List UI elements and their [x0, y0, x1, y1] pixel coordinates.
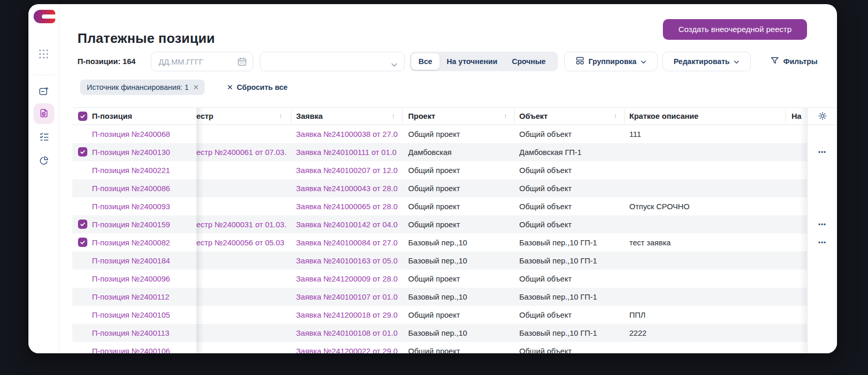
- description-cell: [629, 143, 784, 161]
- filter-chip-funding-source[interactable]: Источник финансирования: 1 ✕: [80, 80, 205, 95]
- column-header-object[interactable]: Объект: [519, 107, 548, 125]
- table-row[interactable]: П-позиция №2400106 Заявка №241200022 от …: [72, 342, 807, 353]
- table-row[interactable]: П-позиция №2400082 естр №2400056 от 05.0…: [72, 233, 807, 252]
- position-link[interactable]: П-позиция №2400106: [92, 342, 193, 353]
- table-row[interactable]: П-позиция №2400086 Заявка №241000043 от …: [72, 179, 807, 197]
- table-row[interactable]: П-позиция №2400184 Заявка №240100163 от …: [72, 252, 807, 270]
- table-row[interactable]: П-позиция №2400112 Заявка №240100107 от …: [72, 288, 807, 306]
- table-row[interactable]: П-позиция №2400221 Заявка №240100207 от …: [72, 161, 807, 179]
- registry-link[interactable]: [196, 161, 289, 179]
- edit-button[interactable]: Редактировать: [662, 52, 751, 71]
- sort-asc-icon: ↑: [279, 107, 283, 125]
- sidebar-item-checklist[interactable]: [34, 127, 54, 148]
- request-link[interactable]: Заявка №240100163 от 05.0: [296, 252, 399, 270]
- request-link[interactable]: Заявка №241000038 от 27.0: [296, 125, 399, 143]
- sidebar-item-reports[interactable]: [34, 151, 54, 171]
- sort-asc-icon: ↑: [614, 107, 617, 125]
- column-header-project[interactable]: Проект: [408, 107, 435, 125]
- registry-link[interactable]: естр №2400061 от 07.03.: [196, 143, 289, 161]
- table-row[interactable]: П-позиция №2400159 естр №2400031 от 01.0…: [72, 215, 807, 233]
- request-link[interactable]: Заявка №241200009 от 28.0: [296, 270, 399, 288]
- app-logo[interactable]: [34, 10, 55, 23]
- date-input[interactable]: [151, 52, 224, 71]
- date-filter-input[interactable]: [151, 52, 253, 71]
- request-link[interactable]: Заявка №240100108 от 01.0: [296, 324, 399, 342]
- request-link[interactable]: Заявка №240100207 от 12.0: [296, 161, 399, 179]
- table-row[interactable]: П-позиция №2400105 Заявка №241200018 от …: [72, 306, 807, 324]
- sidebar-item-payments[interactable]: $: [34, 103, 54, 124]
- position-link[interactable]: П-позиция №2400113: [92, 324, 193, 342]
- position-link[interactable]: П-позиция №2400184: [92, 252, 193, 270]
- position-link[interactable]: П-позиция №2400096: [92, 270, 193, 288]
- column-header-description[interactable]: Краткое описание: [629, 107, 699, 125]
- request-link[interactable]: Заявка №240100084 от 27.0: [296, 233, 399, 252]
- request-link[interactable]: Заявка №241200022 от 29.0: [296, 342, 399, 353]
- position-link[interactable]: П-позиция №2400130: [92, 143, 193, 161]
- table-header: П-позиция естр ↑ Заявка ↑ Проект ↑ Объек…: [72, 107, 807, 125]
- row-more-button[interactable]: •••: [808, 143, 837, 161]
- grouping-button[interactable]: Группировка: [564, 52, 658, 71]
- registry-link[interactable]: [196, 342, 289, 353]
- segment-urgent[interactable]: Срочные: [505, 53, 553, 70]
- column-header-na[interactable]: На: [792, 107, 801, 125]
- position-link[interactable]: П-позиция №2400068: [92, 125, 193, 143]
- create-registry-button[interactable]: Создать внеочередной реестр: [663, 19, 807, 40]
- column-divider: [402, 110, 402, 123]
- filter-select[interactable]: [260, 52, 405, 71]
- table-settings-gear-icon[interactable]: [817, 111, 827, 122]
- table-row[interactable]: П-позиция №2400130 естр №2400061 от 07.0…: [72, 143, 807, 161]
- table-row[interactable]: П-позиция №2400096 Заявка №241200009 от …: [72, 270, 807, 288]
- registry-link[interactable]: [196, 306, 289, 324]
- object-cell: Общий объект: [519, 342, 623, 353]
- row-more-button[interactable]: •••: [808, 215, 837, 233]
- row-checkbox[interactable]: [78, 147, 87, 157]
- position-link[interactable]: П-позиция №2400093: [92, 197, 193, 215]
- app-launcher-icon[interactable]: [39, 50, 49, 59]
- request-link[interactable]: Заявка №241000043 от 28.0: [296, 179, 399, 197]
- actions-column-body: •••••••••: [807, 107, 837, 353]
- segment-clarification[interactable]: На уточнении: [440, 53, 505, 70]
- registry-link[interactable]: [196, 270, 289, 288]
- project-cell: Общий проект: [408, 342, 506, 353]
- registry-link[interactable]: [196, 125, 289, 143]
- select-all-checkbox[interactable]: [78, 112, 87, 121]
- project-cell: Общий проект: [408, 215, 506, 233]
- table-row[interactable]: П-позиция №2400113 Заявка №240100108 от …: [72, 324, 807, 342]
- request-link[interactable]: Заявка №240100111 от 01.0: [296, 143, 399, 161]
- position-link[interactable]: П-позиция №2400112: [92, 288, 193, 306]
- position-link[interactable]: П-позиция №2400082: [92, 233, 193, 252]
- registry-link[interactable]: [196, 324, 289, 342]
- registry-link[interactable]: [196, 179, 289, 197]
- sidebar-item-requests[interactable]: [34, 82, 54, 102]
- request-link[interactable]: Заявка №241200018 от 29.0: [296, 306, 399, 324]
- request-link[interactable]: Заявка №240100107 от 01.0: [296, 288, 399, 306]
- position-link[interactable]: П-позиция №2400221: [92, 161, 193, 179]
- position-link[interactable]: П-позиция №2400105: [92, 306, 193, 324]
- request-link[interactable]: Заявка №240100142 от 04.0: [296, 215, 399, 233]
- registry-link[interactable]: [196, 197, 289, 215]
- filters-button[interactable]: Фильтры: [767, 52, 820, 71]
- reset-all-filters-button[interactable]: ✕ Сбросить все: [224, 80, 291, 95]
- column-header-position[interactable]: П-позиция: [92, 107, 132, 125]
- table-row[interactable]: П-позиция №2400093 Заявка №241000065 от …: [72, 197, 807, 215]
- grouping-label: Группировка: [588, 57, 637, 66]
- sidebar-divider: [34, 75, 54, 75]
- registry-link[interactable]: [196, 252, 289, 270]
- segment-all[interactable]: Все: [411, 53, 440, 70]
- registry-link[interactable]: естр №2400056 от 05.03: [196, 233, 289, 252]
- position-link[interactable]: П-позиция №2400086: [92, 179, 193, 197]
- row-checkbox[interactable]: [78, 220, 87, 229]
- registry-link[interactable]: естр №2400031 от 01.03.: [196, 215, 289, 233]
- column-header-request[interactable]: Заявка: [296, 107, 323, 125]
- calendar-icon[interactable]: [237, 57, 247, 69]
- registry-link[interactable]: [196, 288, 289, 306]
- request-link[interactable]: Заявка №241000065 от 28.0: [296, 197, 399, 215]
- chip-close-icon[interactable]: ✕: [193, 83, 199, 91]
- row-checkbox[interactable]: [78, 238, 87, 247]
- description-cell: [629, 252, 784, 270]
- row-more-button[interactable]: •••: [808, 233, 837, 252]
- table-row[interactable]: П-позиция №2400068 Заявка №241000038 от …: [72, 125, 807, 143]
- position-link[interactable]: П-позиция №2400159: [92, 215, 193, 233]
- column-header-registry[interactable]: естр: [196, 107, 213, 125]
- filter-funnel-icon: [770, 56, 779, 67]
